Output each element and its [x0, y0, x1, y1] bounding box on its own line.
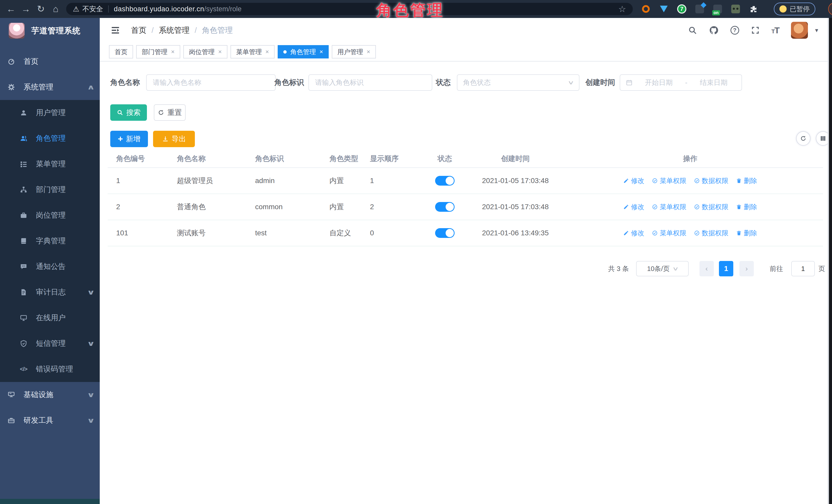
- extension-icon-on-switch[interactable]: on: [712, 4, 723, 15]
- search-icon[interactable]: [688, 26, 697, 35]
- not-secure-label: 不安全: [82, 4, 103, 14]
- sidebar-item-roles[interactable]: 角色管理: [0, 126, 100, 151]
- dashboard-icon: [7, 58, 16, 65]
- font-size-icon[interactable]: TT: [772, 25, 779, 35]
- sidebar: 芋道管理系统 首页 系统管理 ∧ 用户管理: [0, 18, 100, 504]
- roles-table: 角色编号 角色名称 角色标识 角色类型 显示顺序 状态 创建时间 操作 1 超级…: [108, 150, 823, 246]
- chrome-update-button[interactable]: 更新 ⋮: [828, 3, 832, 16]
- status-toggle[interactable]: [435, 228, 454, 238]
- extension-icon-green-circle[interactable]: 7: [676, 4, 687, 15]
- bookmark-star-icon[interactable]: ☆: [618, 4, 626, 14]
- shield-check-icon: [19, 340, 28, 347]
- sidebar-item-home[interactable]: 首页: [0, 49, 100, 74]
- help-icon[interactable]: ?: [730, 26, 739, 35]
- extension-icon-monkey[interactable]: [730, 4, 741, 15]
- delete-action[interactable]: 删除: [736, 203, 757, 212]
- sidebar-item-menus[interactable]: 菜单管理: [0, 151, 100, 177]
- menu-permission-action[interactable]: 菜单权限: [652, 176, 686, 185]
- sidebar-item-system[interactable]: 系统管理 ∧: [0, 74, 100, 100]
- next-page-button[interactable]: ›: [739, 261, 754, 276]
- goto-page-input[interactable]: [791, 261, 815, 276]
- status-select[interactable]: 角色状态 ∨: [457, 74, 579, 91]
- sidebar-collapse-icon[interactable]: [110, 25, 120, 35]
- sidebar-item-dictionary[interactable]: 字典管理: [0, 228, 100, 254]
- edit-action[interactable]: 修改: [623, 229, 644, 238]
- tab-home[interactable]: 首页: [109, 45, 133, 58]
- delete-action[interactable]: 删除: [736, 229, 757, 238]
- data-permission-action[interactable]: 数据权限: [694, 203, 728, 212]
- table-row: 101 测试账号 test 自定义 0 2021-01-06 13:49:35 …: [108, 220, 823, 246]
- reset-button[interactable]: 重置: [154, 104, 186, 121]
- tab-departments[interactable]: 部门管理 ×: [136, 45, 180, 58]
- extension-icon-badge[interactable]: [694, 4, 705, 15]
- sidebar-item-users[interactable]: 用户管理: [0, 100, 100, 126]
- breadcrumb-system[interactable]: 系统管理: [159, 25, 189, 36]
- prev-page-button[interactable]: ‹: [699, 261, 714, 276]
- data-permission-action[interactable]: 数据权限: [694, 229, 728, 238]
- search-button[interactable]: 搜索: [110, 104, 147, 121]
- menu-permission-action[interactable]: 菜单权限: [652, 229, 686, 238]
- sidebar-item-online-users[interactable]: 在线用户: [0, 305, 100, 331]
- page-number-button[interactable]: 1: [719, 261, 733, 276]
- role-name-input[interactable]: [146, 74, 276, 91]
- tab-posts[interactable]: 岗位管理 ×: [183, 45, 228, 58]
- tab-menus[interactable]: 菜单管理 ×: [231, 45, 275, 58]
- edit-action[interactable]: 修改: [623, 203, 644, 212]
- sidebar-item-audit-log[interactable]: 审计日志 ∨: [0, 280, 100, 305]
- chevron-down-icon[interactable]: ∨: [87, 391, 95, 399]
- menu-permission-action[interactable]: 菜单权限: [652, 203, 686, 212]
- page-size-select[interactable]: 10条/页 ∨: [636, 261, 689, 276]
- chevron-down-icon[interactable]: ∨: [87, 288, 95, 296]
- close-icon[interactable]: ×: [171, 48, 175, 55]
- address-bar[interactable]: ⚠ 不安全 dashboard.yudao.iocoder.cn /system…: [66, 3, 633, 15]
- chevron-down-icon[interactable]: ∨: [87, 417, 95, 425]
- sidebar-item-notices[interactable]: 通知公告: [0, 254, 100, 280]
- start-date-placeholder[interactable]: 开始日期: [636, 78, 681, 87]
- chevron-up-icon[interactable]: ∧: [87, 83, 95, 91]
- tab-roles[interactable]: 角色管理 ×: [278, 45, 329, 58]
- browser-reload-icon[interactable]: ↻: [33, 0, 48, 18]
- users-group-icon: [19, 135, 28, 142]
- sidebar-item-posts[interactable]: 岗位管理: [0, 203, 100, 228]
- close-icon[interactable]: ×: [319, 48, 323, 55]
- toolbox-icon: [7, 417, 16, 424]
- extension-icon-gem[interactable]: [658, 4, 669, 15]
- breadcrumb-separator: /: [194, 26, 197, 35]
- end-date-placeholder[interactable]: 结束日期: [692, 78, 736, 87]
- avatar-caret-icon[interactable]: ▾: [815, 27, 818, 34]
- delete-action[interactable]: 删除: [736, 176, 757, 185]
- fullscreen-icon[interactable]: [751, 26, 760, 35]
- status-toggle[interactable]: [435, 176, 454, 186]
- chevron-down-icon: ∨: [568, 79, 574, 86]
- sidebar-item-sms[interactable]: 短信管理 ∨: [0, 331, 100, 356]
- browser-back-icon[interactable]: ←: [4, 0, 19, 18]
- chevron-down-icon[interactable]: ∨: [87, 340, 95, 348]
- export-button[interactable]: 导出: [153, 131, 195, 147]
- github-icon[interactable]: [709, 25, 719, 35]
- breadcrumb-home[interactable]: 首页: [131, 25, 147, 36]
- table-header-row: 角色编号 角色名称 角色标识 角色类型 显示顺序 状态 创建时间 操作: [108, 150, 823, 168]
- sidebar-item-error-codes[interactable]: </> 错误码管理: [0, 356, 100, 382]
- close-icon[interactable]: ×: [265, 48, 269, 55]
- edit-action[interactable]: 修改: [623, 176, 644, 185]
- close-icon[interactable]: ×: [218, 48, 222, 55]
- create-time-range-picker[interactable]: 开始日期 - 结束日期: [620, 74, 742, 91]
- profile-paused-chip[interactable]: 已暂停: [774, 3, 815, 16]
- url-host: dashboard.yudao.iocoder.cn: [114, 5, 204, 13]
- browser-forward-icon[interactable]: →: [19, 0, 33, 18]
- status-toggle[interactable]: [435, 202, 454, 212]
- browser-home-icon[interactable]: ⌂: [48, 0, 63, 18]
- sidebar-item-dev-tools[interactable]: 研发工具 ∨: [0, 407, 100, 433]
- sidebar-item-departments[interactable]: 部门管理: [0, 177, 100, 203]
- user-avatar[interactable]: [791, 22, 808, 39]
- tab-users[interactable]: 用户管理 ×: [332, 45, 376, 58]
- data-permission-action[interactable]: 数据权限: [694, 176, 728, 185]
- extension-icon-orange[interactable]: [641, 4, 651, 15]
- add-button[interactable]: + 新增: [110, 131, 148, 147]
- extensions-puzzle-icon[interactable]: [748, 4, 759, 15]
- sidebar-item-infrastructure[interactable]: 基础设施 ∨: [0, 382, 100, 407]
- user-icon: [19, 109, 28, 116]
- refresh-button[interactable]: [796, 131, 810, 145]
- close-icon[interactable]: ×: [367, 48, 370, 55]
- role-key-input[interactable]: [308, 74, 432, 91]
